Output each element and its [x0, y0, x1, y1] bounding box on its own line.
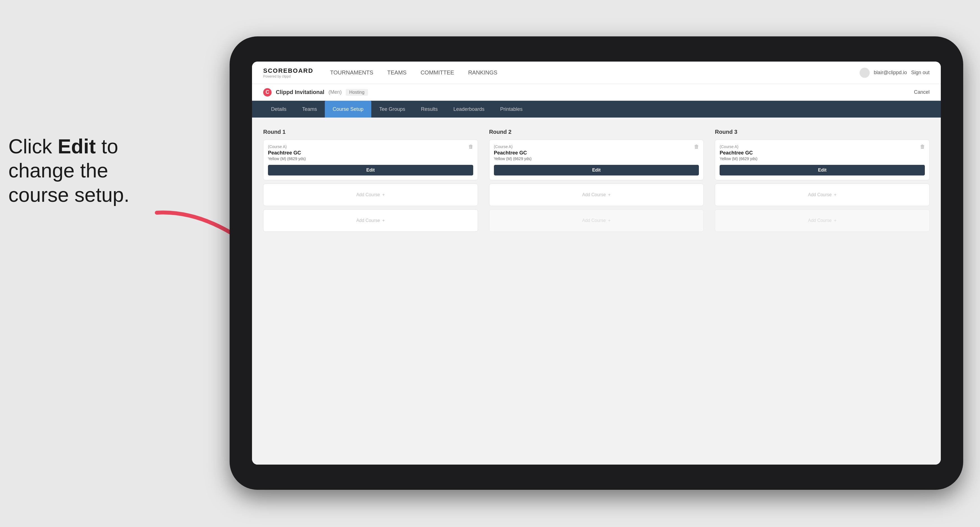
tab-leaderboards[interactable]: Leaderboards [445, 101, 492, 117]
round-3-column: Round 3 🗑 (Course A) Peachtree GC Yellow… [715, 129, 930, 235]
round-2-course-card: 🗑 (Course A) Peachtree GC Yellow (M) (66… [489, 140, 704, 180]
round-2-add-course-2: Add Course + [489, 210, 704, 232]
round-1-column: Round 1 🗑 (Course A) Peachtree GC Yellow… [263, 129, 478, 235]
nav-teams[interactable]: TEAMS [387, 70, 407, 76]
main-content: Round 1 🗑 (Course A) Peachtree GC Yellow… [252, 117, 941, 465]
nav-committee[interactable]: COMMITTEE [420, 70, 454, 76]
sign-out-link[interactable]: Sign out [911, 70, 930, 76]
round-1-delete-icon[interactable]: 🗑 [468, 143, 474, 150]
round-2-add-course-1[interactable]: Add Course + [489, 184, 704, 206]
round-2-edit-button[interactable]: Edit [494, 165, 699, 176]
round-2-column: Round 2 🗑 (Course A) Peachtree GC Yellow… [489, 129, 704, 235]
round-2-course-details: Yellow (M) (6629 yds) [494, 156, 699, 161]
round-3-add-course-text-2: Add Course + [808, 218, 837, 223]
logo-scoreboard: SCOREBOARD [263, 67, 313, 75]
nav-tournaments[interactable]: TOURNAMENTS [330, 70, 373, 76]
hosting-badge: Hosting [346, 89, 368, 96]
tournament-gender: (Men) [328, 89, 342, 95]
user-section: blair@clippd.io Sign out [860, 68, 930, 78]
tournament-name: Clippd Invitational [276, 89, 324, 95]
round-3-add-course-2: Add Course + [715, 210, 930, 232]
round-3-delete-icon[interactable]: 🗑 [919, 143, 926, 150]
round-2-add-course-text-1: Add Course + [582, 192, 611, 197]
tab-printables[interactable]: Printables [492, 101, 530, 117]
round-2-course-label: (Course A) [494, 144, 699, 149]
clippd-logo: C [263, 88, 272, 97]
instruction-bold: Edit [58, 135, 96, 157]
round-3-add-course-1[interactable]: Add Course + [715, 184, 930, 206]
tab-results[interactable]: Results [413, 101, 445, 117]
round-1-course-label: (Course A) [268, 144, 473, 149]
tabs-bar: Details Teams Course Setup Tee Groups Re… [252, 101, 941, 117]
round-3-add-course-text-1: Add Course + [808, 192, 837, 197]
round-3-title: Round 3 [715, 129, 930, 135]
user-email: blair@clippd.io [874, 70, 907, 76]
round-3-edit-button[interactable]: Edit [720, 165, 925, 176]
tablet-device: SCOREBOARD Powered by clippd TOURNAMENTS… [230, 37, 963, 490]
round-2-title: Round 2 [489, 129, 704, 135]
nav-links: TOURNAMENTS TEAMS COMMITTEE RANKINGS [330, 70, 843, 76]
round-1-add-course-text-1: Add Course + [356, 192, 385, 197]
tab-course-setup[interactable]: Course Setup [325, 101, 371, 117]
round-3-course-name: Peachtree GC [720, 150, 925, 156]
round-3-course-details: Yellow (M) (6629 yds) [720, 156, 925, 161]
logo-powered: Powered by clippd [263, 75, 291, 78]
round-2-add-course-text-2: Add Course + [582, 218, 611, 223]
cancel-button[interactable]: Cancel [914, 89, 930, 95]
round-3-course-card: 🗑 (Course A) Peachtree GC Yellow (M) (66… [715, 140, 930, 180]
user-avatar [860, 68, 870, 78]
round-2-course-name: Peachtree GC [494, 150, 699, 156]
scene: Click Edit to change the course setup. S… [0, 0, 980, 527]
round-1-add-course-2[interactable]: Add Course + [263, 210, 478, 232]
round-1-course-details: Yellow (M) (6629 yds) [268, 156, 473, 161]
tablet-screen: SCOREBOARD Powered by clippd TOURNAMENTS… [252, 62, 941, 465]
round-1-title: Round 1 [263, 129, 478, 135]
instruction-block: Click Edit to change the course setup. [8, 134, 171, 207]
round-2-delete-icon[interactable]: 🗑 [693, 143, 700, 150]
sub-header-left: C Clippd Invitational (Men) Hosting [263, 88, 368, 97]
instruction-prefix: Click [8, 135, 58, 157]
nav-rankings[interactable]: RANKINGS [468, 70, 497, 76]
tab-tee-groups[interactable]: Tee Groups [371, 101, 413, 117]
top-navigation: SCOREBOARD Powered by clippd TOURNAMENTS… [252, 62, 941, 84]
tab-teams[interactable]: Teams [294, 101, 325, 117]
tab-details[interactable]: Details [263, 101, 294, 117]
round-1-course-name: Peachtree GC [268, 150, 473, 156]
logo: SCOREBOARD Powered by clippd [263, 67, 313, 78]
round-1-edit-button[interactable]: Edit [268, 165, 473, 176]
sub-header: C Clippd Invitational (Men) Hosting Canc… [252, 84, 941, 101]
round-1-add-course-1[interactable]: Add Course + [263, 184, 478, 206]
rounds-grid: Round 1 🗑 (Course A) Peachtree GC Yellow… [263, 129, 930, 235]
round-1-add-course-text-2: Add Course + [356, 218, 385, 223]
round-1-course-card: 🗑 (Course A) Peachtree GC Yellow (M) (66… [263, 140, 478, 180]
round-3-course-label: (Course A) [720, 144, 925, 149]
